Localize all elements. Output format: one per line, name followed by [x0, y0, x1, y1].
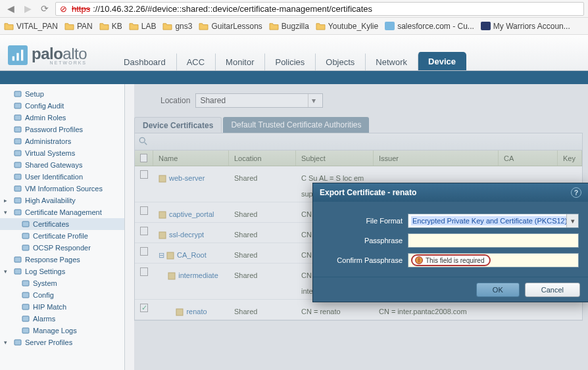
- url-path: ://10.46.32.26/#device::shared::device/c…: [93, 4, 372, 14]
- bookmarks-bar: VITAL_PANPANKBLABgns3GuitarLessonsBugzil…: [0, 18, 588, 35]
- svg-rect-1: [16, 53, 18, 60]
- tab-device[interactable]: Device: [418, 52, 466, 70]
- bookmark-item[interactable]: GuitarLessons: [199, 22, 262, 31]
- reload-button[interactable]: ⟳: [38, 2, 51, 15]
- tab-dashboard[interactable]: Dashboard: [113, 53, 176, 70]
- grid-toolbar: [135, 133, 582, 150]
- svg-rect-9: [14, 162, 21, 168]
- column-name[interactable]: Name: [153, 150, 229, 166]
- column-key[interactable]: Key: [558, 150, 582, 166]
- tab-monitor[interactable]: Monitor: [215, 53, 264, 70]
- sidebar-item-config-audit[interactable]: Config Audit: [0, 100, 124, 112]
- row-checkbox[interactable]: [140, 227, 148, 235]
- bookmark-item[interactable]: My Warriors Accoun...: [481, 22, 570, 31]
- sidebar-item-alarms[interactable]: Alarms: [0, 313, 124, 325]
- bookmark-item[interactable]: PAN: [64, 22, 93, 31]
- certificate-link[interactable]: web-server: [169, 174, 205, 182]
- location-row: Location Shared ▾: [134, 93, 583, 108]
- sidebar-item-ocsp-responder[interactable]: OCSP Responder: [0, 242, 124, 254]
- help-icon[interactable]: ?: [571, 187, 581, 198]
- sidebar-item-server-profiles[interactable]: ▾Server Profiles: [0, 336, 124, 348]
- sidebar-item-certificates[interactable]: Certificates: [0, 218, 124, 230]
- sidebar-item-certificate-management[interactable]: ▾Certificate Management: [0, 206, 124, 218]
- ok-button[interactable]: OK: [476, 283, 520, 297]
- column-checkbox[interactable]: [135, 150, 153, 166]
- svg-rect-11: [14, 186, 21, 191]
- svg-rect-21: [22, 304, 29, 310]
- tab-policies[interactable]: Policies: [264, 53, 315, 70]
- column-issuer[interactable]: Issuer: [374, 150, 499, 166]
- sidebar-item-log-settings[interactable]: ▾Log Settings: [0, 266, 124, 277]
- sidebar-item-response-pages[interactable]: Response Pages: [0, 254, 124, 266]
- back-button[interactable]: ◀: [4, 2, 17, 15]
- chevron-down-icon: ▾: [566, 214, 578, 227]
- svg-rect-4: [14, 103, 21, 108]
- app-header: paloalto NETWORKS DashboardACCMonitorPol…: [0, 35, 588, 71]
- dialog-titlebar[interactable]: Export Certificate - renato ?: [313, 183, 588, 202]
- tab-network[interactable]: Network: [365, 53, 418, 70]
- passphrase-input[interactable]: [408, 233, 579, 248]
- svg-rect-18: [14, 269, 21, 274]
- bookmark-item[interactable]: salesforce.com - Cu...: [385, 22, 474, 31]
- sidebar-item-vm-information-sources[interactable]: VM Information Sources: [0, 183, 124, 195]
- sidebar-item-config[interactable]: Config: [0, 289, 124, 301]
- sidebar-item-shared-gateways[interactable]: Shared Gateways: [0, 159, 124, 171]
- svg-rect-16: [22, 245, 29, 250]
- logo-text: paloalto: [32, 45, 87, 62]
- table-row[interactable]: renatoSharedCN = renatoCN = inter.pantac…: [135, 300, 582, 320]
- export-certificate-dialog: Export Certificate - renato ? File Forma…: [312, 183, 588, 302]
- column-location[interactable]: Location: [229, 150, 296, 166]
- certificate-link[interactable]: captive_portal: [169, 210, 214, 218]
- file-format-select[interactable]: Encrypted Private Key and Certificate (P…: [408, 214, 579, 228]
- confirm-passphrase-input[interactable]: ! This field is required: [408, 253, 579, 267]
- bookmark-item[interactable]: Youtube_Kylie: [316, 22, 378, 31]
- sidebar-item-system[interactable]: System: [0, 277, 124, 289]
- cancel-button[interactable]: Cancel: [525, 283, 580, 297]
- svg-rect-15: [22, 233, 29, 239]
- error-text: This field is required: [426, 257, 484, 264]
- chevron-down-icon: ▾: [308, 94, 318, 107]
- row-checkbox[interactable]: [140, 267, 148, 276]
- sidebar-item-manage-logs[interactable]: Manage Logs: [0, 325, 124, 336]
- url-scheme: https: [72, 4, 90, 14]
- search-icon[interactable]: [139, 137, 149, 147]
- sidebar-item-setup[interactable]: Setup: [0, 88, 124, 100]
- column-ca[interactable]: CA: [499, 150, 558, 166]
- sidebar-item-admin-roles[interactable]: Admin Roles: [0, 112, 124, 124]
- row-checkbox[interactable]: [140, 206, 148, 215]
- forward-button[interactable]: ▶: [21, 2, 34, 15]
- tab-device-certificates[interactable]: Device Certificates: [134, 117, 222, 133]
- svg-rect-12: [14, 198, 21, 203]
- svg-rect-28: [159, 212, 166, 218]
- bookmark-item[interactable]: KB: [99, 22, 122, 31]
- sidebar-item-hip-match[interactable]: HIP Match: [0, 301, 124, 313]
- location-select[interactable]: Shared ▾: [195, 93, 323, 108]
- sidebar-item-virtual-systems[interactable]: Virtual Systems: [0, 147, 124, 159]
- row-checkbox[interactable]: [140, 304, 148, 312]
- bookmark-item[interactable]: gns3: [162, 22, 192, 31]
- sidebar-item-user-identification[interactable]: User Identification: [0, 171, 124, 183]
- tab-default-trusted-ca[interactable]: Default Trusted Certificate Authorities: [223, 117, 369, 133]
- svg-rect-24: [14, 340, 21, 345]
- address-bar[interactable]: ⊘ https ://10.46.32.26/#device::shared::…: [55, 2, 584, 16]
- row-checkbox[interactable]: [140, 170, 148, 179]
- sidebar-item-administrators[interactable]: Administrators: [0, 135, 124, 147]
- certificate-link[interactable]: renato: [186, 308, 207, 315]
- tab-objects[interactable]: Objects: [315, 53, 365, 70]
- svg-rect-19: [22, 281, 29, 286]
- row-checkbox[interactable]: [140, 247, 148, 256]
- column-subject[interactable]: Subject: [296, 150, 374, 166]
- certificate-link[interactable]: ssl-decrypt: [169, 231, 204, 239]
- tab-acc[interactable]: ACC: [176, 53, 215, 70]
- sidebar-item-password-profiles[interactable]: Password Profiles: [0, 124, 124, 135]
- certificate-link[interactable]: CA_Root: [177, 251, 207, 259]
- file-format-label: File Format: [322, 217, 408, 225]
- certificate-tabs: Device Certificates Default Trusted Cert…: [134, 117, 583, 133]
- svg-rect-2: [21, 49, 23, 60]
- bookmark-item[interactable]: Bugzilla: [269, 22, 309, 31]
- sidebar-item-high-availability[interactable]: ▸High Availability: [0, 195, 124, 206]
- bookmark-item[interactable]: VITAL_PAN: [4, 22, 58, 31]
- bookmark-item[interactable]: LAB: [129, 22, 157, 31]
- certificate-link[interactable]: intermediate: [178, 271, 218, 279]
- sidebar-item-certificate-profile[interactable]: Certificate Profile: [0, 230, 124, 242]
